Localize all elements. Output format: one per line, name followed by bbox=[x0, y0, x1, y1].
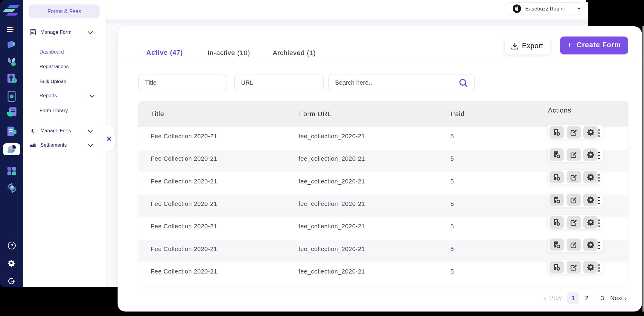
svg-text:₹: ₹ bbox=[14, 79, 16, 82]
svg-text:₹: ₹ bbox=[11, 186, 13, 190]
svg-text:₹: ₹ bbox=[11, 95, 13, 98]
svg-text:?: ? bbox=[10, 243, 13, 248]
